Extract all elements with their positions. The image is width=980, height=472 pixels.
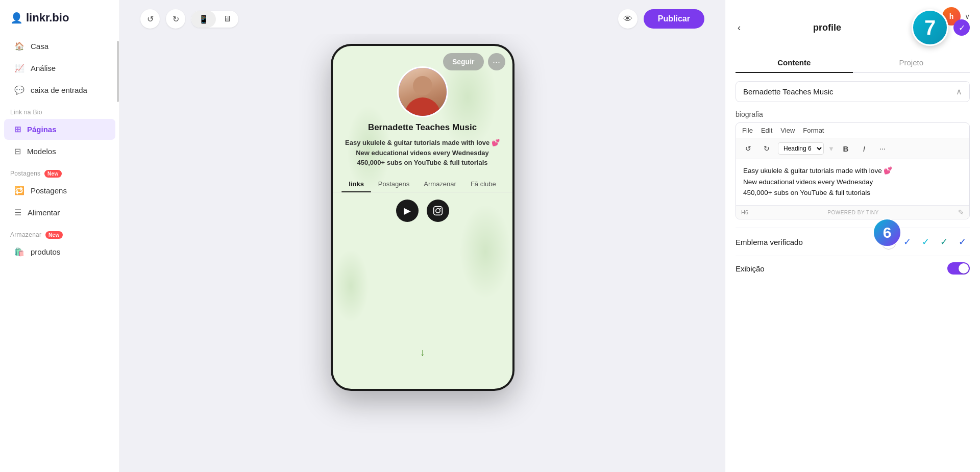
bio-footer-edit-icon[interactable]: ✎ [958, 208, 964, 216]
phone-screen: Seguir ··· Bernadette Teaches Music Easy… [333, 46, 512, 389]
device-toggle: 📱 🖥 [191, 11, 238, 28]
sidebar-item-produtos[interactable]: 🛍️ produtos [4, 241, 115, 262]
tab-contente[interactable]: Contente [736, 53, 853, 73]
panel-title: profile [749, 22, 905, 33]
panel-confirm-button[interactable]: ✓ [953, 19, 970, 36]
bio-menubar: File Edit View Format [736, 123, 969, 138]
logo-icon: 👤 [10, 12, 23, 24]
phone-tab-links[interactable]: links [341, 176, 371, 192]
main-area: ↺ ↻ 📱 🖥 👁 Publicar Seguir ··· [120, 0, 725, 472]
italic-button[interactable]: I [857, 141, 871, 156]
sidebar-item-casa[interactable]: 🏠 Casa [4, 36, 115, 57]
armazenar-badge: New [45, 231, 62, 239]
phone-tab-postagens[interactable]: Postagens [371, 176, 416, 192]
bio-editor: File Edit View Format ↺ ↻ Heading 6 ▼ B … [736, 122, 970, 219]
name-field-value: Bernadette Teaches Music [743, 87, 952, 96]
sidebar-item-label: Páginas [27, 125, 57, 134]
sidebar-item-caixa[interactable]: 💬 caixa de entrada [4, 80, 115, 101]
phone-mockup: Seguir ··· Bernadette Teaches Music Easy… [331, 44, 514, 391]
desktop-icon: 🖥 [223, 14, 231, 23]
badge-options: 6 ✕ ✓ ✓ ✓ ✓ [878, 234, 970, 250]
sidebar-item-paginas[interactable]: ⊞ Páginas [4, 119, 115, 140]
desktop-device-button[interactable]: 🖥 [216, 11, 238, 28]
phone-bio: Easy ukulele & guitar tutorials made wit… [333, 133, 512, 168]
phone-tabs: links Postagens Armazenar Fã clube [333, 176, 512, 192]
display-toggle[interactable] [947, 262, 970, 275]
menu-view[interactable]: View [780, 127, 795, 134]
sidebar-item-label: Modelos [27, 147, 56, 156]
download-arrow: ↓ [420, 346, 425, 358]
bio-footer-tag: H6 [741, 209, 748, 215]
sidebar-item-label: produtos [31, 247, 60, 256]
publish-button[interactable]: Publicar [644, 9, 704, 29]
mobile-device-button[interactable]: 📱 [191, 11, 216, 28]
step-7-badge: 7 [912, 9, 948, 46]
menu-edit[interactable]: Edit [761, 127, 772, 134]
panel-header: ‹ profile 7 ✓ [725, 0, 980, 46]
mobile-icon: 📱 [199, 15, 209, 23]
step-6-badge: 6 [873, 218, 901, 247]
display-label: Exibição [736, 264, 765, 273]
name-field-chevron-icon: ∧ [956, 87, 962, 96]
sidebar-item-label: Análise [31, 64, 56, 72]
heading-select[interactable]: Heading 6 [778, 142, 824, 155]
more-formatting-button[interactable]: ··· [875, 141, 890, 156]
verified-badge-label: Emblema verificado [736, 238, 803, 246]
logo-text: linkr.bio [26, 11, 69, 24]
preview-button[interactable]: 👁 [618, 9, 638, 29]
preview-icon: 👁 [623, 14, 632, 24]
editor-redo-button[interactable]: ↻ [760, 141, 774, 156]
badge-cyan[interactable]: ✓ [918, 234, 933, 250]
menu-format[interactable]: Format [803, 127, 824, 134]
caixa-icon: 💬 [14, 85, 24, 95]
bio-footer-powered: POWERED BY TINY [827, 210, 878, 215]
bio-content[interactable]: Easy ukulele & guitar tutorials made wit… [736, 159, 969, 205]
panel-header-right: 7 ✓ [912, 9, 970, 46]
sidebar-nav: 🏠 Casa 📈 Análise 💬 caixa de entrada Link… [0, 35, 119, 472]
bio-content-line2: New educational videos every Wednesday [743, 177, 962, 188]
more-button[interactable]: ··· [488, 53, 505, 70]
youtube-button[interactable]: ▶ [396, 200, 419, 222]
panel-back-button[interactable]: ‹ [736, 20, 743, 35]
badge-darkblue[interactable]: ✓ [954, 234, 970, 250]
badge-blue[interactable]: ✓ [899, 234, 915, 250]
sidebar-item-label: caixa de entrada [31, 86, 87, 94]
phone-tab-fa-clube[interactable]: Fã clube [463, 176, 503, 192]
undo-button[interactable]: ↺ [140, 9, 160, 29]
editor-undo-button[interactable]: ↺ [741, 141, 755, 156]
sidebar-item-label: Alimentar [28, 208, 60, 217]
sidebar-item-label: Postagens [31, 186, 67, 195]
instagram-button[interactable] [427, 200, 449, 222]
toolbar: ↺ ↻ 📱 🖥 👁 Publicar [120, 0, 725, 34]
bio-content-line3: 450,000+ subs on YouTube & full tutorial… [743, 187, 962, 198]
phone-name: Bernadette Teaches Music [333, 122, 512, 133]
produtos-icon: 🛍️ [14, 247, 24, 257]
sidebar-item-alimentar[interactable]: ☰ Alimentar [4, 202, 115, 223]
badge-teal[interactable]: ✓ [936, 234, 951, 250]
paginas-icon: ⊞ [14, 125, 21, 134]
panel-body: Bernadette Teaches Music ∧ biografia Fil… [725, 73, 980, 472]
name-field[interactable]: Bernadette Teaches Music ∧ [736, 81, 970, 102]
tab-projeto[interactable]: Projeto [853, 53, 970, 73]
bio-footer: H6 POWERED BY TINY ✎ [736, 205, 969, 219]
scrollbar-thumb [117, 41, 119, 102]
sidebar-item-analise[interactable]: 📈 Análise [4, 58, 115, 79]
svg-point-2 [439, 208, 441, 209]
menu-file[interactable]: File [742, 127, 753, 134]
canvas-area: Seguir ··· Bernadette Teaches Music Easy… [120, 34, 725, 472]
sidebar-scrollbar [116, 0, 119, 472]
sidebar-item-postagens[interactable]: 🔁 Postagens [4, 180, 115, 201]
bold-button[interactable]: B [839, 141, 853, 156]
modelos-icon: ⊟ [14, 146, 21, 156]
panel-tabs: Contente Projeto [736, 53, 970, 73]
analise-icon: 📈 [14, 63, 24, 73]
sidebar-item-label: Casa [31, 42, 48, 51]
avatar [397, 66, 448, 117]
phone-tab-armazenar[interactable]: Armazenar [416, 176, 463, 192]
follow-button[interactable]: Seguir [443, 53, 484, 70]
display-row: Exibição [736, 256, 970, 281]
right-panel: h ∨ ‹ profile 7 ✓ Contente Projeto Berna… [725, 0, 980, 472]
postagens-badge: New [44, 170, 61, 178]
sidebar-item-modelos[interactable]: ⊟ Modelos [4, 141, 115, 162]
redo-button[interactable]: ↻ [166, 9, 185, 29]
